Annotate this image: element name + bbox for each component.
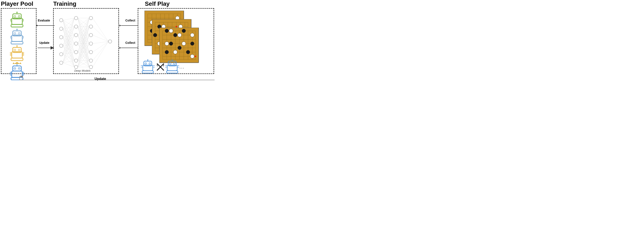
svg-point-265: [190, 33, 194, 37]
svg-text:Deep Models: Deep Models: [74, 69, 91, 72]
svg-point-61: [89, 50, 93, 54]
svg-line-156: [93, 18, 108, 42]
bottom-update-label: Update: [94, 77, 106, 81]
svg-point-289: [174, 63, 175, 64]
svg-point-24: [14, 49, 16, 51]
svg-point-276: [149, 63, 151, 64]
svg-point-51: [74, 25, 78, 28]
neural-network: Deep Models: [55, 10, 118, 72]
svg-point-63: [89, 65, 93, 69]
svg-rect-8: [11, 25, 23, 27]
self-play-robot-left: [140, 60, 156, 76]
svg-point-262: [186, 50, 190, 54]
svg-point-62: [89, 59, 93, 62]
svg-point-25: [18, 49, 20, 51]
svg-line-157: [93, 27, 108, 42]
svg-rect-16: [10, 36, 12, 38]
svg-line-106: [63, 63, 74, 67]
svg-point-4: [14, 16, 16, 17]
self-play-title: Self Play: [145, 1, 170, 7]
svg-point-60: [89, 42, 93, 45]
svg-point-49: [60, 61, 63, 64]
svg-point-59: [89, 33, 93, 37]
update-label-training: Update: [39, 41, 49, 45]
yellow-robot: [8, 45, 26, 62]
bottom-update-arrow: [18, 76, 214, 84]
svg-point-266: [165, 42, 169, 46]
svg-point-53: [74, 42, 78, 45]
svg-point-15: [18, 33, 20, 34]
svg-point-275: [145, 63, 146, 64]
svg-point-52: [74, 33, 78, 37]
green-robot: [8, 12, 26, 29]
svg-rect-17: [22, 36, 23, 38]
svg-point-46: [60, 36, 63, 39]
diagram: { "titles": { "player_pool": "Player Poo…: [0, 0, 214, 84]
svg-point-268: [174, 50, 177, 54]
svg-line-65: [63, 18, 74, 20]
svg-point-261: [178, 46, 182, 50]
svg-point-47: [60, 44, 63, 48]
svg-line-161: [93, 42, 108, 61]
svg-point-274: [147, 60, 148, 60]
svg-line-79: [63, 18, 74, 37]
svg-point-5: [18, 16, 20, 17]
training-title: Training: [53, 1, 76, 7]
svg-point-45: [60, 27, 63, 31]
svg-point-288: [169, 63, 171, 64]
update-arrow-training: [36, 45, 56, 51]
svg-point-50: [74, 16, 78, 20]
svg-line-162: [93, 42, 108, 67]
svg-line-158: [93, 35, 108, 42]
svg-point-269: [190, 55, 194, 58]
svg-point-56: [74, 65, 78, 69]
svg-point-264: [178, 33, 182, 37]
svg-point-57: [89, 16, 93, 20]
svg-point-55: [74, 59, 78, 62]
svg-point-259: [190, 42, 194, 46]
svg-rect-7: [22, 19, 23, 21]
svg-point-64: [108, 40, 112, 43]
svg-point-3: [16, 12, 18, 13]
svg-line-159: [93, 42, 108, 44]
svg-point-257: [182, 29, 186, 33]
ellipsis: ···: [180, 66, 185, 71]
collect-label-1: Collect: [125, 19, 135, 22]
collect-arrow-2: [120, 45, 139, 51]
svg-point-13: [16, 29, 18, 30]
blue-robot: [8, 29, 26, 46]
svg-point-35: [14, 68, 16, 69]
svg-point-263: [169, 29, 173, 33]
svg-point-255: [165, 29, 169, 33]
collect-label-2: Collect: [125, 41, 135, 45]
svg-point-36: [18, 68, 20, 69]
svg-rect-18: [11, 42, 23, 44]
svg-rect-30: [11, 58, 23, 61]
svg-point-229: [153, 33, 157, 37]
svg-point-270: [195, 56, 196, 57]
svg-point-58: [89, 25, 93, 28]
evaluate-arrow: [36, 22, 56, 29]
svg-point-236: [176, 26, 177, 27]
svg-line-160: [93, 42, 108, 52]
svg-rect-6: [10, 19, 12, 21]
svg-point-267: [182, 42, 186, 46]
svg-rect-281: [142, 71, 154, 73]
svg-point-14: [14, 33, 16, 34]
svg-point-287: [172, 60, 173, 60]
svg-marker-32: [13, 62, 21, 64]
evaluate-label: Evaluate: [38, 19, 50, 22]
collect-arrow-1: [120, 22, 139, 29]
svg-point-54: [74, 50, 78, 54]
svg-point-44: [60, 19, 63, 22]
svg-rect-294: [166, 71, 178, 73]
player-pool-title: Player Pool: [1, 1, 33, 7]
self-play-robot-right: [164, 60, 180, 76]
svg-point-48: [60, 53, 63, 56]
svg-point-256: [174, 33, 177, 37]
svg-point-260: [165, 50, 169, 54]
versus-icon: [156, 63, 165, 72]
svg-point-258: [169, 42, 173, 46]
svg-point-23: [16, 45, 18, 47]
